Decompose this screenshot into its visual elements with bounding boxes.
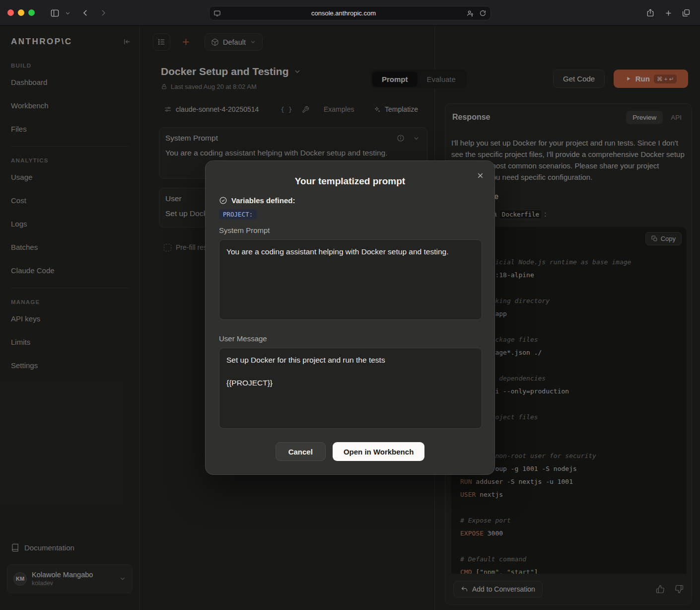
plus-icon xyxy=(664,9,673,17)
tabs-icon xyxy=(682,8,691,17)
templatized-prompt-modal: Your templatized prompt Variables define… xyxy=(205,160,495,475)
share-button[interactable] xyxy=(644,7,656,19)
close-icon xyxy=(476,171,485,180)
tab-overview-button[interactable] xyxy=(680,7,692,19)
browser-sidebar-chevron-button[interactable] xyxy=(64,7,71,19)
modal-system-textarea[interactable]: You are a coding assistant helping with … xyxy=(219,239,482,320)
zoom-window-button[interactable] xyxy=(28,9,35,16)
reload-icon[interactable] xyxy=(479,9,487,17)
modal-title: Your templatized prompt xyxy=(206,176,494,187)
browser-forward-button[interactable] xyxy=(97,7,109,19)
modal-system-label: System Prompt xyxy=(219,226,270,234)
traffic-lights xyxy=(7,9,35,16)
check-circle-icon xyxy=(219,196,227,205)
modal-close-button[interactable] xyxy=(474,169,487,182)
cancel-button[interactable]: Cancel xyxy=(276,442,326,461)
passkey-icon[interactable] xyxy=(466,9,474,17)
url-text: console.anthropic.com xyxy=(221,9,466,17)
modal-user-textarea[interactable]: Set up Docker for this project and run t… xyxy=(219,348,482,429)
variable-chip: PROJECT: xyxy=(219,209,257,220)
url-bar[interactable]: console.anthropic.com xyxy=(209,6,491,20)
variables-defined-label: Variables defined: xyxy=(231,196,295,205)
minimize-window-button[interactable] xyxy=(18,9,24,16)
panel-left-icon xyxy=(50,8,60,18)
browser-sidebar-toggle-button[interactable] xyxy=(49,7,61,19)
share-icon xyxy=(646,8,655,17)
browser-back-button[interactable] xyxy=(79,7,91,19)
modal-user-label: User Message xyxy=(219,334,267,343)
modal-actions: Cancel Open in Workbench xyxy=(206,442,494,461)
chevron-left-icon xyxy=(81,8,90,17)
close-window-button[interactable] xyxy=(7,9,14,16)
new-tab-button[interactable] xyxy=(662,7,674,19)
chevron-right-icon xyxy=(99,8,108,17)
variables-defined-row: Variables defined: xyxy=(219,196,295,205)
browser-chrome: console.anthropic.com xyxy=(0,0,700,26)
page-settings-icon[interactable] xyxy=(213,9,221,17)
open-in-workbench-button[interactable]: Open in Workbench xyxy=(333,442,424,461)
chevron-down-icon xyxy=(65,10,70,16)
